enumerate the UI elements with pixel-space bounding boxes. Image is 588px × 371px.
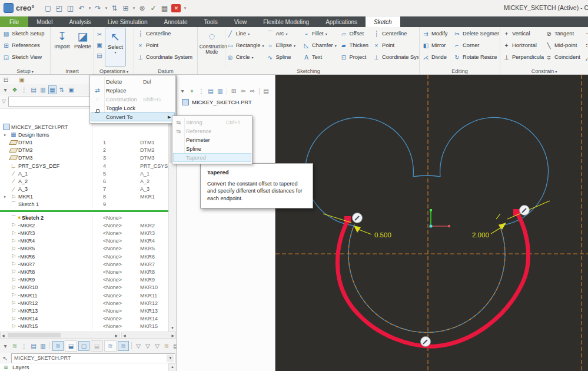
ribbon-tab[interactable]: Analysis bbox=[61, 16, 99, 27]
tree-row-mkr7[interactable]: ▸ ⚐ ✱ ▪ MKR7 <None> MKR7 bbox=[0, 260, 169, 268]
cut-button[interactable]: ✂ bbox=[95, 29, 104, 39]
tree-settings-icon[interactable]: ⊟ bbox=[2, 75, 10, 84]
circle-button[interactable]: ◎Circle▾ bbox=[225, 51, 265, 63]
submenu-item-perimeter[interactable]: Perimeter bbox=[173, 135, 251, 144]
coordinate-system-button[interactable]: ⊥Coordinate System▾ bbox=[371, 51, 418, 63]
detail-view-icon[interactable]: ▥ bbox=[216, 87, 224, 95]
filter-funnel-icon[interactable]: ▽ bbox=[2, 98, 6, 104]
filter-select-icon[interactable]: ▽ bbox=[153, 342, 161, 350]
tree-row-mkr15[interactable]: ▸ ⚐ ✱ ▪ MKR15 <None> MKR15 bbox=[0, 323, 169, 330]
left-ear-arc[interactable] bbox=[305, 117, 413, 226]
tree-row-design-items[interactable]: ▸ ▦ ✱ ▪ Design Items bbox=[0, 131, 169, 138]
layer-copy-icon[interactable]: ≋ bbox=[162, 342, 171, 350]
edit-handle-left[interactable] bbox=[353, 213, 363, 223]
tree-row-dtm1[interactable]: ▸ ✱ ▪ DTM1 1 DTM1 bbox=[0, 138, 169, 146]
open-file-button[interactable]: ◰ bbox=[54, 2, 64, 14]
coincident-constraint-button[interactable]: ≎Coincident bbox=[544, 51, 583, 63]
tree-row-mkr8[interactable]: ▸ ⚐ ✱ ▪ MKR8 <None> MKR8 bbox=[0, 268, 169, 276]
more-options-dots[interactable]: ⋮ bbox=[20, 342, 28, 350]
import-button[interactable]: ↧ Import bbox=[52, 28, 72, 67]
back-button[interactable]: ⇦ bbox=[239, 87, 247, 95]
ribbon-tab[interactable]: Annotate bbox=[155, 16, 195, 27]
batch-ops-icon[interactable]: ▣ bbox=[67, 85, 75, 94]
horizontal-constraint-button[interactable]: +Horizontal bbox=[501, 39, 544, 51]
menu-item-toggle-lock[interactable]: Toggle Lock ▶ bbox=[91, 104, 175, 112]
offset-button[interactable]: ▱Offset▾ bbox=[338, 28, 371, 39]
ribbon-tab[interactable]: Model bbox=[28, 16, 61, 27]
ribbon-tab[interactable]: Sketch bbox=[366, 16, 400, 27]
copy-button[interactable]: ▣ bbox=[95, 39, 104, 50]
point-datum-button[interactable]: × Point▾ bbox=[135, 39, 197, 51]
show-layer-button[interactable]: ≋ bbox=[52, 341, 64, 351]
tree-structure-icon[interactable]: ⊞ bbox=[230, 87, 238, 95]
plan-button[interactable]: ▦ bbox=[159, 2, 170, 14]
edit-handle-right[interactable] bbox=[520, 206, 530, 216]
active-model-combobox[interactable]: MICKEY_SKETCH.PRT ▼ bbox=[11, 353, 175, 363]
thicken-button[interactable]: ▰Thicken▾ bbox=[338, 39, 371, 51]
document-icon[interactable]: ▤ bbox=[262, 87, 270, 95]
columns-toggle-button[interactable]: ▦ bbox=[48, 85, 57, 94]
tree-row-mkr14[interactable]: ▸ ⚐ ✱ ▪ MKR14 <None> MKR14 bbox=[0, 315, 169, 323]
select-in-tree-icon[interactable]: ⌖ bbox=[188, 87, 196, 95]
centerline-button[interactable]: ┆Centerline▾ bbox=[371, 28, 418, 39]
unhide-layer-button[interactable]: ⬓ bbox=[91, 340, 103, 352]
construction-mode-toggle[interactable]: ◌ Construction Mode bbox=[199, 28, 225, 67]
menu-item-delete[interactable]: Delete Del ▶ bbox=[91, 77, 175, 86]
expander-icon[interactable]: ▸ bbox=[4, 194, 9, 199]
point-button[interactable]: ×Point▾ bbox=[371, 39, 418, 51]
ribbon-tab[interactable]: Flexible Modeling bbox=[255, 16, 317, 27]
menu-item-convert-to[interactable]: Convert To ▶ bbox=[91, 112, 175, 121]
arc-button[interactable]: ⌒Arc▾ bbox=[265, 28, 301, 39]
coordinate-system-datum-button[interactable]: ⊥ Coordinate System▾ bbox=[135, 51, 197, 63]
ribbon-tab[interactable]: Tools bbox=[195, 16, 225, 27]
windows-button[interactable]: ⊞ bbox=[120, 2, 131, 14]
list-view-icon[interactable]: ▤ bbox=[207, 87, 215, 95]
tree-row-mkr11[interactable]: ▸ ⚐ ✱ ▪ MKR11 <None> MKR11 bbox=[0, 292, 169, 299]
tree-row-a1[interactable]: ▸ ∕ ✱ ▪ A_1 5 A_1 bbox=[0, 170, 169, 177]
undo-button[interactable]: ↶ bbox=[76, 2, 87, 14]
palette-button[interactable]: ◪ Palette bbox=[72, 28, 93, 67]
ok-button[interactable]: ✓ bbox=[148, 2, 158, 14]
more-options-dots[interactable]: ⋮ bbox=[20, 85, 28, 94]
submenu-item-reference[interactable]: ↹ Reference bbox=[173, 127, 251, 135]
line-button[interactable]: ╱Line▾ bbox=[225, 28, 265, 39]
graphics-area[interactable]: 0.500 2.000 bbox=[275, 75, 588, 371]
tree-row-mkr12[interactable]: ▸ ⚐ ✱ ▪ MKR12 <None> MKR12 bbox=[0, 299, 169, 307]
close-sketch-button[interactable]: ✕ bbox=[171, 4, 181, 12]
model-tree-icon[interactable]: ❖ bbox=[11, 85, 19, 94]
symmetric-constraint-button[interactable]: + bbox=[583, 28, 587, 39]
tree-row-dtm2[interactable]: ▸ ✱ ▪ DTM2 2 DTM2 bbox=[0, 147, 169, 154]
chamfer-button[interactable]: ◺Chamfer▾ bbox=[301, 39, 338, 51]
spline-button[interactable]: ∿Spline▾ bbox=[265, 51, 301, 63]
ellipse-button[interactable]: ○Ellipse▾ bbox=[265, 39, 301, 51]
chevron-down-icon[interactable]: ▼ bbox=[167, 355, 174, 362]
layers-icon[interactable]: ≋ bbox=[11, 342, 19, 350]
mirror-button[interactable]: ◧Mirror bbox=[421, 39, 452, 51]
layer-detail-icon[interactable]: ▥ bbox=[39, 342, 47, 350]
tree-row-mkr13[interactable]: ▸ ⚐ ✱ ▪ MKR13 <None> MKR13 bbox=[0, 307, 169, 314]
menu-item-construction[interactable]: ◌ Construction Shift+G ▶ bbox=[91, 95, 175, 104]
redo-button[interactable]: ↷ bbox=[92, 2, 103, 14]
tree-row-mkr3[interactable]: ▸ ⚐ ✱ ▪ MKR3 <None> MKR3 bbox=[0, 229, 169, 237]
sketch-canvas[interactable]: 0.500 2.000 bbox=[275, 75, 588, 371]
edit-handle-bottom[interactable] bbox=[421, 337, 431, 347]
tree-row-mkr9[interactable]: ▸ ⚐ ✱ ▪ MKR9 <None> MKR9 bbox=[0, 276, 169, 284]
tree-row-dtm3[interactable]: ▸ ✱ ▪ DTM3 3 DTM3 bbox=[0, 154, 169, 162]
rectangle-button[interactable]: ▭Rectangle▾ bbox=[225, 39, 265, 51]
text-button[interactable]: AText▾ bbox=[301, 51, 338, 63]
tree-row-mkr10[interactable]: ▸ ⚐ ✱ ▪ MKR10 <None> MKR10 bbox=[0, 284, 169, 292]
tree-row-mkr4[interactable]: ▸ ⚐ ✱ ▪ MKR4 <None> MKR4 bbox=[0, 237, 169, 245]
divide-button[interactable]: ⋌Divide bbox=[421, 51, 452, 63]
tree-filter-dropdown[interactable]: ▾ bbox=[1, 85, 9, 94]
perpendicular-constraint-button[interactable]: ⊥Perpendicular bbox=[501, 51, 544, 63]
design-tree-root[interactable]: MICKEY_SKETCH.PRT bbox=[177, 97, 275, 107]
right-ear-arc[interactable] bbox=[440, 117, 549, 226]
undo-dropdown[interactable]: ▾ bbox=[87, 2, 92, 14]
rotate-resize-button[interactable]: ↻Rotate Resize bbox=[452, 51, 499, 63]
group-label-operations[interactable]: Operations▾ bbox=[94, 68, 134, 74]
insertion-indicator[interactable] bbox=[0, 210, 169, 212]
fillet-button[interactable]: ⌣Fillet▾ bbox=[301, 28, 338, 39]
ribbon-tab[interactable]: Applications bbox=[317, 16, 366, 27]
centerline-datum-button[interactable]: ┆ Centerline▾ bbox=[135, 28, 197, 39]
layers-scroll-up-icon[interactable]: ▲ bbox=[168, 363, 176, 371]
